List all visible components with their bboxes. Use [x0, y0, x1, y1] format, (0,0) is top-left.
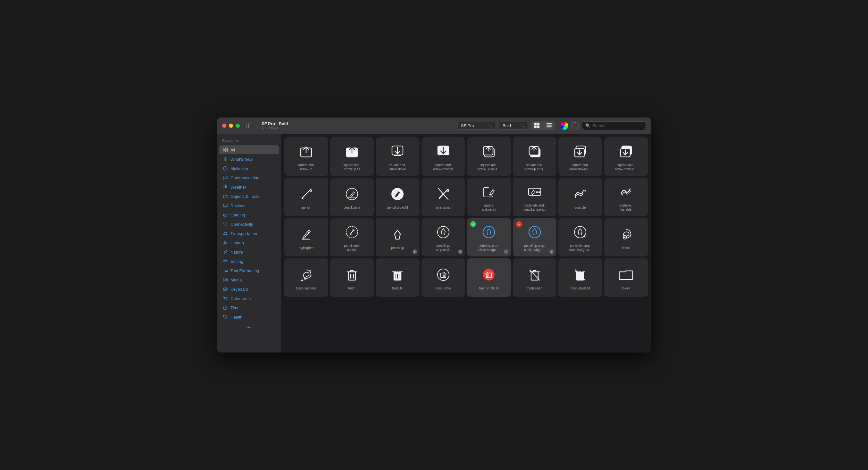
scribble-icon [572, 186, 589, 202]
sidebar-item-keyboard[interactable]: Keyboard [219, 284, 279, 294]
sidebar-item-communication[interactable]: Communication [219, 173, 279, 182]
color-picker-button[interactable] [561, 122, 568, 130]
svg-text:✦: ✦ [309, 270, 311, 272]
icon-cell-trash-fill[interactable]: trash.fill [376, 258, 420, 297]
sidebar-item-devices[interactable]: Devices [219, 201, 279, 210]
font-family-selector[interactable]: SF Pro ⌃⌄ [457, 122, 496, 130]
sidebar-item-human[interactable]: Human [219, 238, 279, 247]
minimize-button[interactable] [229, 124, 233, 128]
icon-cell-square-arrow-down-o[interactable]: square.and.arrow.down.o... [558, 137, 602, 176]
svg-point-39 [226, 300, 227, 300]
sidebar-item-gaming[interactable]: Gaming [219, 210, 279, 219]
icon-cell-square-arrow-up-on-s2[interactable]: square.and.arrow.up.on.s... [513, 137, 557, 176]
icon-cell-square-arrow-up-fill[interactable]: square.and.arrow.up.fill [330, 137, 374, 176]
cloud-sun-icon [223, 184, 228, 190]
sidebar-human-label: Human [230, 240, 244, 245]
icon-cell-trash-slash-fill[interactable]: trash.slash.fill [558, 258, 602, 297]
search-box[interactable]: 🔍 [582, 121, 646, 130]
icon-cell-square-arrow-down[interactable]: square.and.arrow.down [376, 137, 420, 176]
icon-label: scribble [575, 206, 586, 210]
icon-cell-pencil-tip-badge-remove[interactable]: − i pencil.tip.crop.circle.badge.... [513, 218, 557, 257]
icon-cell-rectangle-pencil[interactable]: rectangle.and.pencil.and.elli... [513, 178, 557, 216]
icon-cell-pencil-slash[interactable]: pencil.slash [422, 178, 465, 216]
sidebar-item-text-formatting[interactable]: Aa Text Formatting [219, 266, 279, 275]
sidebar-item-media[interactable]: Media [219, 275, 279, 284]
add-category-button[interactable]: + [217, 322, 281, 334]
icon-cell-trash[interactable]: trash [330, 258, 374, 297]
icon-label: trash.slash.fill [570, 286, 590, 291]
pencil-tip-badge-add-icon [480, 224, 497, 240]
icon-label: pencil.tip.crop.circle.badge.a... [569, 244, 592, 252]
sidebar-item-all[interactable]: All [219, 145, 279, 154]
sidebar-toggle-icon[interactable] [246, 123, 253, 129]
sidebar-item-editing[interactable]: Editing [219, 257, 279, 266]
icon-cell-pencil-tip-badge-a[interactable]: pencil.tip.crop.circle.badge.a... [558, 218, 602, 257]
sidebar-all-label: All [230, 147, 235, 153]
app-window: SF Pro - Bold 16.0d18e1 SF Pro ⌃⌄ Bold ⌃… [217, 118, 651, 352]
icon-cell-square-arrow-down-o2[interactable]: square.and.arrow.down.o... [604, 137, 648, 176]
sidebar-connectivity-label: Connectivity [230, 222, 253, 227]
icon-cell-scribble[interactable]: scribble [558, 178, 602, 216]
icon-cell-highlighter[interactable]: highlighter [284, 218, 328, 257]
titlebar-font-info: SF Pro - Bold 16.0d18e1 [261, 121, 288, 130]
icon-cell-trash-circle[interactable]: trash.circle [422, 258, 465, 297]
icon-cell-pencil-circle[interactable]: pencil.circle [330, 178, 374, 216]
sidebar-devices-label: Devices [230, 203, 245, 208]
icon-label: square.and.arrow.up.on.s... [524, 163, 546, 171]
icon-label: scribble.variable [620, 203, 632, 212]
sidebar-item-connectivity[interactable]: Connectivity [219, 220, 279, 229]
square-arrow-down-fill-icon [435, 143, 452, 160]
svg-point-38 [225, 300, 225, 300]
icon-cell-pencil-and-outline[interactable]: pencil.and.outline [330, 218, 374, 257]
icon-cell-pencil-circle-fill[interactable]: pencil.circle.fill [376, 178, 420, 216]
icon-cell-lasso[interactable]: lasso [604, 218, 648, 257]
icon-cell-square-arrow-up-on-s[interactable]: square.and.arrow.up.on.s... [467, 137, 511, 176]
sidebar-item-health[interactable]: Health [219, 312, 279, 322]
sidebar-item-whats-new[interactable]: What's New [219, 155, 279, 164]
font-weight-selector[interactable]: Bold ⌃⌄ [499, 122, 528, 130]
grid-view-button[interactable] [531, 121, 542, 130]
icon-cell-scribble-variable[interactable]: scribble.variable [604, 178, 648, 216]
cart-icon [223, 296, 228, 301]
icon-label: pencil.tip.crop.circle [436, 244, 451, 252]
list-view-button[interactable] [543, 121, 555, 130]
search-input[interactable] [592, 123, 641, 128]
sidebar-item-objects-tools[interactable]: Objects & Tools [219, 192, 279, 201]
icon-label: square.and.arrow.up [298, 163, 315, 171]
wifi-icon [223, 222, 228, 227]
icon-cell-trash-slash[interactable]: trash.slash [513, 258, 557, 297]
icon-cell-folder[interactable]: folder [604, 258, 648, 297]
play-pause-icon [223, 277, 228, 282]
sparkle-icon [223, 157, 228, 162]
trash-circle-icon [435, 266, 452, 283]
icon-label: square.and.arrow.down.o... [569, 163, 591, 171]
icon-cell-pencil-tip-badge-add[interactable]: + i pencil.tip.crop.circle.badge.... [467, 218, 511, 257]
icon-label: trash.fill [392, 286, 403, 291]
icon-cell-trash-circle-fill[interactable]: trash.circle.fill [467, 258, 511, 297]
square-arrow-up-on-square2-icon [526, 143, 543, 160]
close-button[interactable] [222, 124, 226, 128]
scribble-variable-icon [618, 183, 634, 200]
svg-text:·: · [311, 275, 312, 277]
sidebar-item-multicolor[interactable]: Multicolor [219, 164, 279, 173]
svg-text:✦: ✦ [301, 278, 303, 282]
fullscreen-button[interactable] [236, 124, 240, 128]
icon-cell-pencil-tip[interactable]: i pencil.tip [376, 218, 420, 257]
sidebar-item-commerce[interactable]: Commerce [219, 294, 279, 303]
sidebar: Categories All [217, 134, 281, 352]
titlebar: SF Pro - Bold 16.0d18e1 SF Pro ⌃⌄ Bold ⌃… [217, 118, 651, 134]
icon-cell-pencil[interactable]: pencil [284, 178, 328, 216]
icon-cell-square-arrow-up[interactable]: square.and.arrow.up [284, 137, 328, 176]
sidebar-item-time[interactable]: Time [219, 303, 279, 312]
sidebar-item-nature[interactable]: Nature [219, 247, 279, 257]
svg-point-91 [529, 226, 540, 238]
sidebar-item-weather[interactable]: Weather [219, 182, 279, 192]
icon-cell-square-and-pencil[interactable]: square.and.pencil [467, 178, 511, 216]
icon-cell-square-arrow-down-fill[interactable]: square.and.arrow.down.fill [422, 137, 465, 176]
svg-rect-32 [223, 288, 227, 291]
icon-cell-pencil-tip-crop-circle[interactable]: i pencil.tip.crop.circle [422, 218, 465, 257]
trash-fill-icon [389, 266, 406, 283]
icon-cell-lasso-sparkles[interactable]: ✦✦· lasso.sparkles [284, 258, 328, 297]
info-button[interactable]: i [571, 122, 579, 129]
sidebar-item-transportation[interactable]: Transportation [219, 229, 279, 238]
